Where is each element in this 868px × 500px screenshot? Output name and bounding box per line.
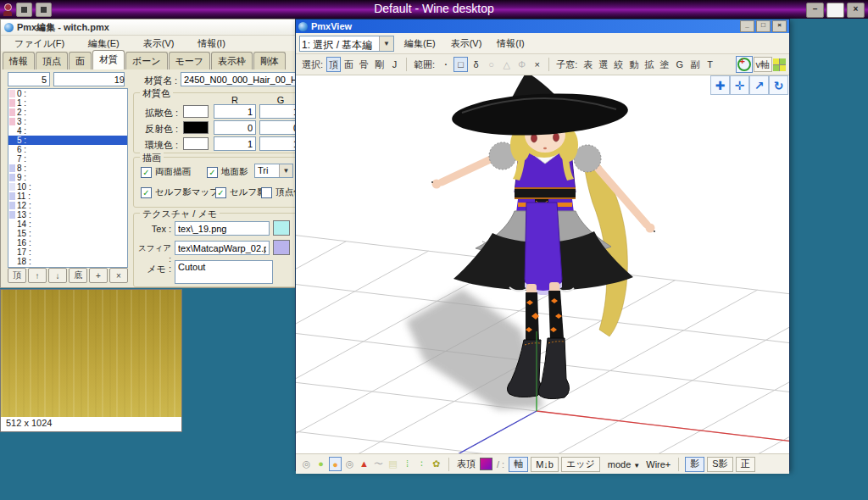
material-row[interactable]: 7 :	[8, 154, 127, 164]
material-row[interactable]: 12 :	[8, 201, 127, 210]
list-button-3[interactable]: 底	[69, 268, 87, 283]
target2-icon[interactable]: ◎	[343, 457, 356, 471]
view-menu-edit[interactable]: 編集(E)	[399, 36, 441, 52]
material-row[interactable]: 6 :	[8, 145, 127, 154]
material-name-field[interactable]	[181, 72, 304, 86]
view-close-button[interactable]: ×	[772, 20, 787, 32]
checkbox-ground-shadow[interactable]: ✓ 地面影	[207, 166, 248, 178]
desktop-minimize-button[interactable]: –	[806, 3, 824, 18]
material-row[interactable]: 16 :	[8, 238, 127, 247]
material-row[interactable]: 4 :	[8, 126, 127, 136]
front-view-button[interactable]: 正	[736, 457, 755, 472]
material-row[interactable]: 14 :	[8, 219, 127, 229]
material-row[interactable]: 10 :	[8, 182, 127, 192]
menu-edit[interactable]: 編集(E)	[83, 36, 125, 52]
edge-toggle-button[interactable]: エッジ	[561, 457, 600, 472]
material-row[interactable]: 2 :	[8, 108, 127, 117]
list-button-1[interactable]: ↑	[28, 268, 47, 283]
range-button-4[interactable]: △	[499, 57, 514, 72]
select-button-4[interactable]: J	[387, 57, 402, 72]
material-row[interactable]: 17 :	[8, 247, 127, 257]
gizmo-toggle-button[interactable]	[736, 56, 753, 73]
vertex-color-swatch[interactable]	[480, 458, 492, 470]
menu-view[interactable]: 表示(V)	[138, 36, 180, 52]
flower-icon[interactable]: ✿	[430, 457, 442, 471]
tab-5[interactable]: モーフ	[169, 52, 211, 69]
quad-view-button[interactable]	[773, 58, 786, 71]
pan-icon[interactable]: ✚	[710, 75, 730, 95]
tab-7[interactable]: 剛体	[253, 52, 286, 69]
axis-toggle-button[interactable]: 軸	[509, 457, 528, 472]
view-maximize-button[interactable]: □	[756, 20, 771, 32]
child-window-button-3[interactable]: 動	[626, 57, 641, 72]
zoom-icon[interactable]: ↗	[749, 75, 769, 95]
list-button-4[interactable]: +	[89, 268, 108, 283]
mb-toggle-button[interactable]: M↓b	[531, 457, 559, 472]
checkbox-box[interactable]: ✓	[141, 187, 152, 198]
material-row[interactable]: 8 :	[8, 164, 127, 173]
checkbox-box[interactable]: ✓	[215, 187, 226, 198]
material-row[interactable]: 18 :	[8, 257, 127, 266]
material-row[interactable]: 3 :	[8, 117, 127, 126]
rotate-icon[interactable]: ↻	[769, 75, 788, 95]
child-window-button-1[interactable]: 選	[596, 57, 610, 72]
material-row[interactable]: 13 :	[8, 210, 127, 219]
tab-1[interactable]: 頂点	[36, 52, 68, 69]
sphere-swatch[interactable]	[273, 240, 290, 255]
tex-field[interactable]	[175, 221, 270, 236]
child-window-button-5[interactable]: 塗	[657, 57, 671, 72]
sphere-field[interactable]	[175, 241, 270, 255]
green-dots-icon[interactable]: ⁞	[401, 457, 414, 471]
ambient-r-field[interactable]	[214, 136, 256, 151]
mode-dropdown[interactable]: mode ▼	[608, 459, 641, 469]
ambient-swatch[interactable]	[183, 137, 209, 150]
checkbox-box[interactable]: ✓	[207, 167, 218, 178]
child-window-button-6[interactable]: G	[672, 57, 687, 72]
range-button-2[interactable]: δ	[469, 57, 483, 72]
checkbox-double-sided[interactable]: ✓ 両面描画	[141, 166, 191, 178]
edit-mode-dropdown[interactable]: 1: 選択 / 基本編 ▼	[299, 36, 394, 52]
orange-dot-icon[interactable]: ●	[329, 457, 342, 471]
material-row[interactable]: 11 :	[8, 192, 127, 201]
select-button-3[interactable]: 剛	[372, 57, 387, 72]
shadow-toggle-button[interactable]: 影	[685, 457, 704, 472]
memo-field[interactable]: Cutout	[175, 260, 273, 284]
checkbox-box[interactable]	[261, 187, 272, 198]
green-colon-icon[interactable]: ∶	[415, 457, 428, 471]
pmx-view-titlebar[interactable]: PmxView _ □ ×	[296, 19, 789, 33]
range-button-5[interactable]: Φ	[515, 57, 529, 72]
menu-info[interactable]: 情報(I)	[192, 36, 230, 52]
tri-dropdown[interactable]: Tri ▼	[254, 164, 293, 178]
tab-0[interactable]: 情報	[3, 52, 35, 69]
child-window-button-2[interactable]: 絞	[611, 57, 626, 72]
list-button-2[interactable]: ↓	[48, 268, 67, 283]
green-dot-icon[interactable]: ●	[314, 457, 327, 471]
checkbox-box[interactable]: ✓	[141, 167, 152, 178]
checkbox-selfshadow[interactable]: ✓ セルフ影	[215, 186, 266, 198]
specular-r-field[interactable]	[214, 120, 256, 135]
checkbox-selfshadow-map[interactable]: ✓ セルフ影マップ	[141, 186, 219, 198]
v-axis-button[interactable]: v軸	[754, 57, 773, 72]
diffuse-r-field[interactable]	[214, 104, 256, 119]
range-button-3[interactable]: ○	[484, 57, 498, 72]
range-button-6[interactable]: ×	[530, 57, 544, 72]
material-row[interactable]: 0 :	[8, 89, 127, 98]
material-row[interactable]: 5 :	[8, 136, 127, 145]
view-menu-info[interactable]: 情報(I)	[492, 36, 529, 52]
material-index-field[interactable]	[8, 72, 50, 86]
diffuse-swatch[interactable]	[183, 105, 209, 118]
wave-icon[interactable]: 〜	[372, 457, 385, 471]
select-button-1[interactable]: 面	[342, 57, 356, 72]
material-list[interactable]: 0 :1 :2 :3 :4 :5 :6 :7 :8 :9 :10 :11 :12…	[8, 88, 128, 268]
tab-6[interactable]: 表示枠	[211, 52, 253, 69]
self-shadow-toggle-button[interactable]: S影	[707, 457, 732, 472]
range-button-1[interactable]: □	[453, 57, 468, 72]
list-button-5[interactable]: ×	[109, 268, 128, 283]
pmx-edit-titlebar[interactable]: Pmx編集 - witch.pmx	[1, 19, 304, 36]
material-row[interactable]: 1 :	[8, 98, 127, 108]
child-window-button-7[interactable]: 副	[687, 57, 702, 72]
select-button-0[interactable]: 頂	[326, 57, 341, 72]
specular-swatch[interactable]	[183, 121, 209, 134]
select-button-2[interactable]: 骨	[357, 57, 371, 72]
child-window-button-4[interactable]: 拡	[642, 57, 656, 72]
